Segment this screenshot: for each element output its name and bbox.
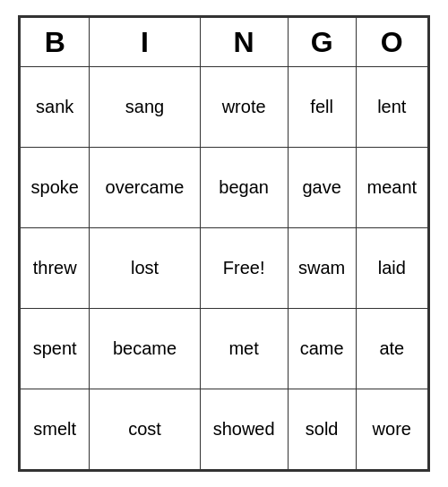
header-n: N — [200, 18, 288, 67]
cell-3-1[interactable]: became — [90, 309, 200, 389]
cell-0-0[interactable]: sank — [21, 67, 90, 148]
cell-4-4[interactable]: wore — [356, 389, 427, 470]
header-i: I — [90, 18, 200, 67]
cell-3-0[interactable]: spent — [21, 309, 90, 389]
header-row: B I N G O — [21, 18, 428, 67]
cell-4-2[interactable]: showed — [200, 389, 288, 470]
header-b: B — [21, 18, 90, 67]
header-o: O — [356, 18, 427, 67]
table-row[interactable]: spoke overcame began gave meant — [21, 148, 428, 228]
cell-4-3[interactable]: sold — [288, 389, 356, 470]
cell-4-1[interactable]: cost — [90, 389, 200, 470]
cell-2-0[interactable]: threw — [21, 228, 90, 309]
cell-1-4[interactable]: meant — [356, 148, 427, 228]
cell-1-1[interactable]: overcame — [90, 148, 200, 228]
cell-0-2[interactable]: wrote — [200, 67, 288, 148]
header-g: G — [288, 18, 356, 67]
cell-0-3[interactable]: fell — [288, 67, 356, 148]
cell-2-1[interactable]: lost — [90, 228, 200, 309]
bingo-table: B I N G O sank sang wrote fell lent spok… — [20, 17, 428, 470]
table-row[interactable]: threw lost Free! swam laid — [21, 228, 428, 309]
cell-0-1[interactable]: sang — [90, 67, 200, 148]
cell-1-3[interactable]: gave — [288, 148, 356, 228]
cell-2-3[interactable]: swam — [288, 228, 356, 309]
table-row[interactable]: spent became met came ate — [21, 309, 428, 389]
cell-3-4[interactable]: ate — [356, 309, 427, 389]
cell-3-2[interactable]: met — [200, 309, 288, 389]
table-row[interactable]: smelt cost showed sold wore — [21, 389, 428, 470]
cell-0-4[interactable]: lent — [356, 67, 427, 148]
cell-3-3[interactable]: came — [288, 309, 356, 389]
cell-1-2[interactable]: began — [200, 148, 288, 228]
cell-2-2[interactable]: Free! — [200, 228, 288, 309]
cell-4-0[interactable]: smelt — [21, 389, 90, 470]
cell-1-0[interactable]: spoke — [21, 148, 90, 228]
table-row[interactable]: sank sang wrote fell lent — [21, 67, 428, 148]
bingo-board: B I N G O sank sang wrote fell lent spok… — [18, 15, 430, 472]
cell-2-4[interactable]: laid — [356, 228, 427, 309]
